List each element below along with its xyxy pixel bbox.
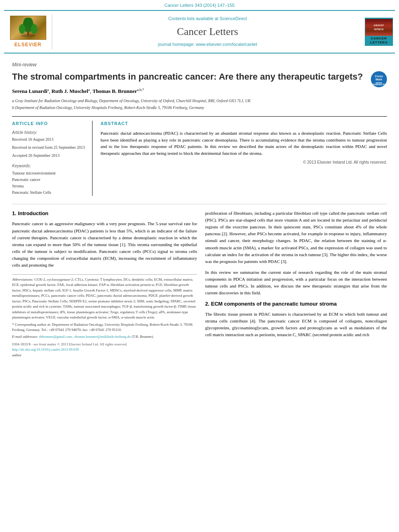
body-col-right: proliferation of fibroblasts, including … <box>205 210 387 359</box>
homepage-label: journal homepage: <box>158 42 195 47</box>
contents-available-line: Contents lists available at ScienceDirec… <box>168 16 247 22</box>
page: Cancer Letters 343 (2014) 147–155 ELSEVI… <box>0 0 399 532</box>
svg-point-5 <box>23 18 33 28</box>
intro-number: 1. <box>12 210 16 216</box>
homepage-url[interactable]: www.elsevier.com/locate/canlet <box>196 42 257 47</box>
abstract-heading: ABSTRACT <box>101 121 387 127</box>
keyword1: Tumour microenvironment <box>12 170 86 177</box>
article-type-label: Mini-review <box>12 62 387 68</box>
email2-link[interactable]: thomas.brunner@uniklinik-freiburg.de <box>74 335 131 339</box>
intro-paragraph1: Pancreatic cancer is an aggressive malig… <box>12 220 197 268</box>
affiliation-a: a Gray Institute for Radiation Oncology … <box>12 98 387 104</box>
email-footnote: E-mail addresses: tbbrunner@gmail.com , … <box>12 334 197 340</box>
email-label: E-mail addresses: <box>12 335 38 339</box>
doi-link[interactable]: http://dx.doi.org/10.1016/j.canlet.2013.… <box>12 347 79 351</box>
copyright-notice: © 2013 Elsevier Ireland Ltd. All rights … <box>101 160 387 165</box>
elsevier-name: ELSEVIER <box>14 41 41 48</box>
author3-sup: a,b,* <box>137 88 144 92</box>
author1-sup: a <box>47 88 49 92</box>
cancer-letters-icon-block: cancerletters CANCERLETTERS <box>363 14 395 49</box>
cancer-letters-journal-logo: cancerletters CANCERLETTERS <box>365 18 393 46</box>
elsevier-tree-image <box>10 16 46 40</box>
accepted-date: Accepted 26 September 2013 <box>12 153 86 158</box>
body-col-left: 1. Introduction Pancreatic cancer is an … <box>12 210 197 359</box>
bottom-copyright: 0304-3835/$ - see front matter © 2013 El… <box>12 342 197 352</box>
contents-label: Contents lists available at <box>168 16 218 21</box>
keyword4: Pancreatic Stellate Cells <box>12 189 86 196</box>
abbrev-label: Abbreviations: <box>12 277 33 281</box>
svg-text:Cross: Cross <box>375 75 383 78</box>
revised-date: Received in revised form 25 September 20… <box>12 145 86 150</box>
abstract-text: Pancreatic ductal adenocarcinoma (PDAC) … <box>101 130 387 156</box>
crossmark-badge: Cross Mark POWERED BY <box>371 71 387 87</box>
history-label: Article history: <box>12 130 86 136</box>
author2-name: Ruth J. Muschel <box>51 88 88 94</box>
section2-title: ECM components of the pancreatic tumour … <box>211 301 337 307</box>
bottom-rights-text: 0304-3835/$ - see front matter © 2013 El… <box>12 342 197 347</box>
keywords-block: Keywords: Tumour microenvironment Pancre… <box>12 163 86 196</box>
intro-title: Introduction <box>18 210 48 216</box>
journal-citation: Cancer Letters 343 (2014) 147–155 <box>165 3 234 8</box>
email-suffix: (T.B. Brunner). <box>132 335 154 339</box>
received-date: Received 16 August 2013 <box>12 137 86 142</box>
section2-number: 2. <box>205 301 210 307</box>
svg-text:POWERED BY: POWERED BY <box>372 83 386 86</box>
main-content: Mini-review The stromal compartments in … <box>0 53 399 364</box>
journal-homepage-line: journal homepage: www.elsevier.com/locat… <box>158 41 257 47</box>
corresponding-label: * Corresponding author at: <box>12 322 51 327</box>
article-title: The stromal compartments in pancreatic c… <box>12 71 367 83</box>
journal-header: ELSEVIER Contents lists available at Sci… <box>4 10 395 53</box>
sciencedirect-link[interactable]: ScienceDirect <box>220 16 247 21</box>
journal-title: Cancer Letters <box>177 25 238 39</box>
svg-text:Mark: Mark <box>376 78 382 81</box>
col-right-paragraph2: In this review we summarise the current … <box>205 269 387 296</box>
elsevier-tree-icon <box>14 18 42 38</box>
keyword2: Pancreatic cancer <box>12 177 86 183</box>
author2-sup: a <box>88 88 90 92</box>
author-footnote-label: author <box>12 353 197 358</box>
authors-line: Serena Lunardia, Ruth J. Muschela, Thoma… <box>12 87 387 95</box>
article-info-panel: ARTICLE INFO Article history: Received 1… <box>12 121 93 196</box>
affiliations-block: a Gray Institute for Radiation Oncology … <box>12 98 387 111</box>
email1-link[interactable]: tbbrunner@gmail.com <box>39 335 72 339</box>
intro-text1: Pancreatic cancer is an aggressive malig… <box>12 221 197 267</box>
col-right-paragraph3: The fibrotic tissue present in PDAC tumo… <box>205 311 387 338</box>
section2-heading: 2. ECM components of the pancreatic tumo… <box>205 300 387 308</box>
article-body-columns: 1. Introduction Pancreatic cancer is an … <box>12 204 387 359</box>
journal-center-info: Contents lists available at ScienceDirec… <box>52 14 363 49</box>
affiliation-b: b Department of Radiation Oncology, Univ… <box>12 105 387 111</box>
article-info-abstract-area: ARTICLE INFO Article history: Received 1… <box>12 116 387 196</box>
abbreviations-footnote: Abbreviations: COX-2, cyclooxygenase-2; … <box>12 277 197 320</box>
intro-heading: 1. Introduction <box>12 210 197 217</box>
corresponding-author-footnote: * Corresponding author at: Department of… <box>12 322 197 333</box>
journal-citation-bar: Cancer Letters 343 (2014) 147–155 <box>0 0 399 10</box>
crossmark-logo: Cross Mark POWERED BY <box>371 71 387 87</box>
title-area: The stromal compartments in pancreatic c… <box>12 71 387 87</box>
keyword3: Stroma <box>12 183 86 189</box>
keywords-label: Keywords: <box>12 163 86 169</box>
col-right-paragraph1: proliferation of fibroblasts, including … <box>205 210 387 265</box>
author-label: author <box>12 353 21 357</box>
crossmark-icon: Cross Mark POWERED BY <box>371 72 387 87</box>
footnotes-area: Abbreviations: COX-2, cyclooxygenase-2; … <box>12 274 197 358</box>
abbrev-text: COX-2, cyclooxygenase-2; CTLs, Cytotoxic… <box>12 277 196 320</box>
elsevier-logo-block: ELSEVIER <box>4 14 52 49</box>
author1-name: Serena Lunardi <box>12 88 47 94</box>
author3-name: Thomas B. Brunner <box>93 88 137 94</box>
article-info-heading: ARTICLE INFO <box>12 121 86 127</box>
abstract-panel: ABSTRACT Pancreatic ductal adenocarcinom… <box>101 121 387 196</box>
